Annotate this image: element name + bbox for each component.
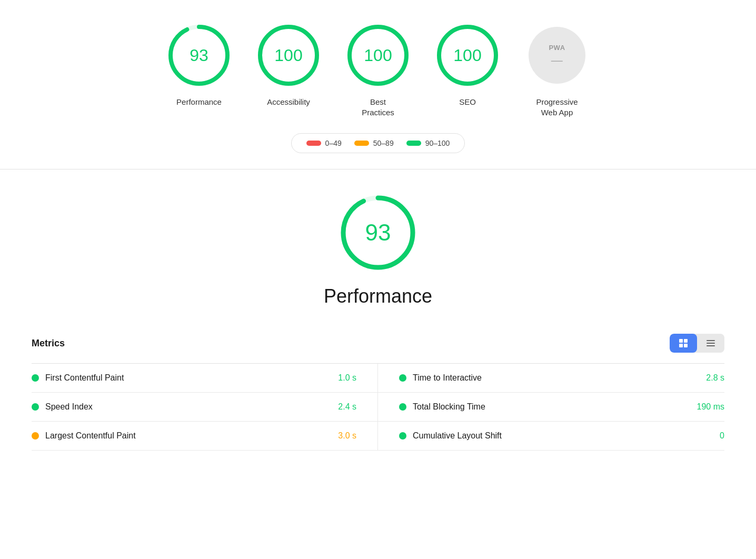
accessibility-circle: 100 (254, 21, 323, 89)
legend-item-green: 90–100 (406, 139, 450, 147)
metrics-header: Metrics (32, 334, 724, 358)
legend-dot-orange (354, 141, 369, 146)
metric-value-tbt: 190 ms (697, 402, 724, 412)
score-card-pwa: PWA — ProgressiveWeb App (523, 21, 591, 117)
performance-label: Performance (176, 97, 222, 107)
legend-bar: 0–49 50–89 90–100 (291, 133, 465, 153)
seo-score: 100 (453, 46, 481, 65)
metric-row-lcp: Largest Contentful Paint 3.0 s (32, 422, 378, 451)
accessibility-label: Accessibility (267, 97, 310, 107)
best-practices-circle: 100 (344, 21, 412, 89)
score-card-accessibility: 100 Accessibility (254, 21, 323, 107)
metric-dot-cls (399, 432, 406, 440)
pwa-score: PWA — (549, 44, 565, 67)
performance-score: 93 (190, 46, 208, 65)
metric-row-cls: Cumulative Layout Shift 0 (378, 422, 724, 451)
metrics-section: Metrics First Conte (0, 334, 756, 451)
metric-value-fcp: 1.0 s (338, 373, 356, 383)
metric-dot-fcp (32, 374, 39, 382)
score-card-best-practices: 100 BestPractices (344, 21, 412, 117)
metric-name-cls: Cumulative Layout Shift (413, 431, 713, 441)
metric-dot-tti (399, 374, 406, 382)
metric-value-cls: 0 (720, 431, 724, 441)
seo-circle: 100 (433, 21, 502, 89)
metric-row-si: Speed Index 2.4 s (32, 393, 378, 422)
pwa-dash: — (551, 54, 563, 67)
metric-name-tti: Time to Interactive (413, 373, 700, 383)
best-practices-label: BestPractices (362, 97, 394, 117)
list-icon (707, 340, 715, 346)
big-performance-circle: 93 (336, 191, 420, 275)
legend-label-orange: 50–89 (373, 139, 394, 147)
legend-dot-green (406, 141, 421, 146)
metric-value-lcp: 3.0 s (338, 431, 356, 441)
accessibility-score: 100 (274, 46, 302, 65)
seo-label: SEO (459, 97, 476, 107)
metric-dot-lcp (32, 432, 39, 440)
metric-name-si: Speed Index (45, 402, 332, 412)
metric-value-tti: 2.8 s (706, 373, 724, 383)
metric-row-tti: Time to Interactive 2.8 s (378, 364, 724, 393)
legend-label-red: 0–49 (325, 139, 342, 147)
metric-name-fcp: First Contentful Paint (45, 373, 332, 383)
metric-row-tbt: Total Blocking Time 190 ms (378, 393, 724, 422)
metric-row-fcp: First Contentful Paint 1.0 s (32, 364, 378, 393)
performance-section-title: Performance (324, 285, 432, 307)
view-toggle[interactable] (670, 334, 724, 353)
metric-dot-tbt (399, 403, 406, 411)
toggle-grid-button[interactable] (670, 334, 697, 353)
metrics-grid: First Contentful Paint 1.0 s Time to Int… (32, 363, 724, 451)
performance-section: 93 Performance (0, 169, 756, 334)
top-section: 93 Performance 100 Accessibility (0, 0, 756, 169)
score-cards: 93 Performance 100 Accessibility (165, 21, 591, 117)
performance-circle: 93 (165, 21, 233, 89)
pwa-circle: PWA — (523, 21, 591, 89)
metric-value-si: 2.4 s (338, 402, 356, 412)
big-performance-score: 93 (365, 219, 391, 246)
metrics-title: Metrics (32, 338, 65, 349)
metric-name-lcp: Largest Contentful Paint (45, 431, 332, 441)
metric-name-tbt: Total Blocking Time (413, 402, 691, 412)
score-card-performance: 93 Performance (165, 21, 233, 107)
metric-dot-si (32, 403, 39, 411)
score-card-seo: 100 SEO (433, 21, 502, 107)
best-practices-score: 100 (364, 46, 392, 65)
legend-dot-red (306, 141, 321, 146)
legend-label-green: 90–100 (425, 139, 450, 147)
pwa-label: ProgressiveWeb App (536, 97, 578, 117)
pwa-label-text: PWA (549, 44, 565, 52)
legend-item-orange: 50–89 (354, 139, 394, 147)
toggle-list-button[interactable] (697, 334, 724, 353)
grid-icon (679, 339, 688, 347)
legend-item-red: 0–49 (306, 139, 342, 147)
